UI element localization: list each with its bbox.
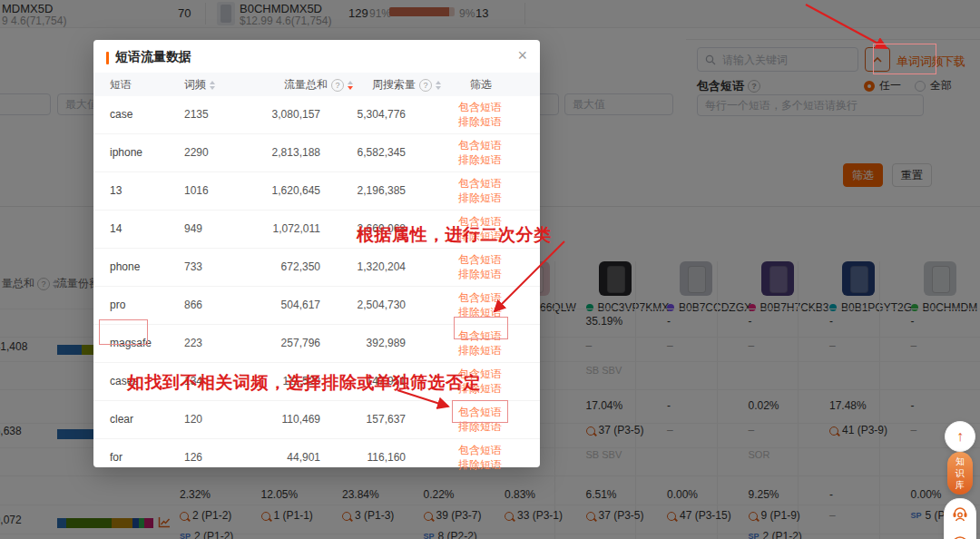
up-arrow-icon: ↑ <box>956 428 964 445</box>
phrase-cell: case <box>110 108 132 121</box>
exclude-phrase-link[interactable]: 排除短语 <box>458 191 502 205</box>
phrase-cell: cases <box>110 375 138 387</box>
traffic-sum-cell: 1,072,011 <box>230 222 320 235</box>
phrase-table-row: iphone22902,813,1886,582,345包含短语排除短语 <box>93 134 540 172</box>
exclude-phrase-link[interactable]: 排除短语 <box>458 305 502 319</box>
phrase-cell: pro <box>110 299 125 311</box>
filter-links: 包含短语排除短语 <box>458 138 502 167</box>
sort-icon[interactable] <box>210 81 215 90</box>
word-freq-cell: 2290 <box>184 146 209 159</box>
phrase-cell: 13 <box>110 184 122 197</box>
sort-icon[interactable] <box>348 81 353 90</box>
back-to-top-button[interactable]: ↑ <box>945 421 975 452</box>
phrase-table-row: phone733672,3501,320,204包含短语排除短语 <box>93 249 540 287</box>
traffic-sum-cell: 672,350 <box>230 260 320 273</box>
help-icon: ? <box>419 79 432 92</box>
traffic-sum-cell: 2,813,188 <box>230 146 320 159</box>
traffic-sum-cell: 111,528 <box>230 375 320 387</box>
include-phrase-link[interactable]: 包含短语 <box>458 443 502 457</box>
include-phrase-link[interactable]: 包含短语 <box>458 214 502 229</box>
filter-links: 包含短语排除短语 <box>458 443 502 472</box>
traffic-sum-cell: 1,620,645 <box>230 184 320 197</box>
filter-links: 包含短语排除短语 <box>458 290 502 319</box>
include-phrase-link[interactable]: 包含短语 <box>458 176 502 191</box>
exclude-phrase-link[interactable]: 排除短语 <box>458 152 502 167</box>
traffic-sum-cell: 110,469 <box>230 413 320 426</box>
word-freq-cell: 134 <box>184 375 202 387</box>
include-phrase-link[interactable]: 包含短语 <box>458 328 502 343</box>
phrase-table-row: pro866504,6172,504,730包含短语排除短语 <box>93 287 540 325</box>
word-freq-cell: 866 <box>184 299 202 311</box>
weekly-search-cell: 116,160 <box>318 451 406 464</box>
phrase-cell: for <box>110 451 122 464</box>
include-phrase-link[interactable]: 包含短语 <box>458 138 502 152</box>
weekly-search-cell: 5,304,776 <box>318 108 406 121</box>
knowledge-base-button[interactable]: 知识库 <box>947 452 973 495</box>
col-header-freq[interactable]: 词频 <box>184 77 215 93</box>
weekly-search-cell: 6,582,345 <box>318 146 406 159</box>
traffic-sum-cell: 44,901 <box>230 451 320 464</box>
help-icon: ? <box>331 79 344 92</box>
phrase-cell: iphone <box>110 146 142 159</box>
include-phrase-link[interactable]: 包含短语 <box>458 367 502 381</box>
modal-table-header: 短语 词频 流量总和 ? 周搜索量 ? 筛选 <box>93 73 540 96</box>
chat-icon <box>951 535 969 539</box>
traffic-sum-cell: 257,796 <box>230 337 320 349</box>
word-freq-cell: 2135 <box>184 108 209 121</box>
phrase-cell: magsafe <box>110 337 152 349</box>
phrase-cell: clear <box>110 413 133 426</box>
col-header-filter: 筛选 <box>470 77 492 93</box>
filter-links: 包含短语排除短语 <box>458 328 502 358</box>
exclude-phrase-link[interactable]: 排除短语 <box>458 457 502 472</box>
filter-links: 包含短语排除短语 <box>458 367 502 396</box>
word-freq-cell: 126 <box>184 451 202 464</box>
col-header-weekly-search[interactable]: 周搜索量 ? <box>372 77 441 93</box>
phrase-table-row: case21353,080,1575,304,776包含短语排除短语 <box>93 96 540 134</box>
weekly-search-cell: 147,951 <box>318 375 406 387</box>
phrase-table-row: for12644,901116,160包含短语排除短语 <box>93 439 540 476</box>
exclude-phrase-link[interactable]: 排除短语 <box>458 229 502 243</box>
title-accent-bar <box>106 52 109 64</box>
phrase-table-row: clear120110,469157,637包含短语排除短语 <box>93 401 540 439</box>
col-header-phrase: 短语 <box>110 77 132 93</box>
sort-icon[interactable] <box>436 81 441 90</box>
modal-table-body: case21353,080,1575,304,776包含短语排除短语iphone… <box>93 96 540 476</box>
exclude-phrase-link[interactable]: 排除短语 <box>458 114 502 129</box>
filter-links: 包含短语排除短语 <box>458 405 502 434</box>
filter-links: 包含短语排除短语 <box>458 252 502 281</box>
include-phrase-link[interactable]: 包含短语 <box>458 252 502 267</box>
col-header-traffic-sum[interactable]: 流量总和 ? <box>284 77 353 93</box>
filter-links: 包含短语排除短语 <box>458 100 502 129</box>
phrase-cell: phone <box>110 260 140 273</box>
filter-links: 包含短语排除短语 <box>458 176 502 205</box>
phrase-table-row: 1310161,620,6452,196,385包含短语排除短语 <box>93 172 540 211</box>
exclude-phrase-link[interactable]: 排除短语 <box>458 267 502 281</box>
word-freq-cell: 223 <box>184 337 202 349</box>
weekly-search-cell: 157,637 <box>318 413 406 426</box>
close-icon[interactable]: × <box>517 45 527 65</box>
weekly-search-cell: 2,504,730 <box>318 299 406 311</box>
include-phrase-link[interactable]: 包含短语 <box>458 405 502 419</box>
phrase-traffic-modal: 短语流量数据 × 短语 词频 流量总和 ? 周搜索量 ? 筛选 <box>93 40 540 467</box>
include-phrase-link[interactable]: 包含短语 <box>458 100 502 114</box>
headset-icon <box>951 505 969 522</box>
word-freq-cell: 733 <box>184 260 202 273</box>
exclude-phrase-link[interactable]: 排除短语 <box>458 381 502 396</box>
phrase-cell: 14 <box>110 222 122 235</box>
traffic-sum-cell: 3,080,157 <box>230 108 320 121</box>
phrase-table-row: 149491,072,0112,669,068包含短语排除短语 <box>93 211 540 249</box>
customer-service-dock[interactable] <box>944 498 976 539</box>
phrase-table-row: cases134111,528147,951包含短语排除短语 <box>93 363 540 401</box>
word-freq-cell: 120 <box>184 413 202 426</box>
weekly-search-cell: 2,669,068 <box>318 222 406 235</box>
exclude-phrase-link[interactable]: 排除短语 <box>458 343 502 358</box>
include-phrase-link[interactable]: 包含短语 <box>458 290 502 305</box>
word-freq-cell: 1016 <box>184 184 209 197</box>
page: MDMX5D 9 4.6(71,754) 70 B0CHMDMX5D $12.9… <box>0 0 980 539</box>
traffic-sum-cell: 504,617 <box>230 299 320 311</box>
phrase-table-row: magsafe223257,796392,989包含短语排除短语 <box>93 325 540 363</box>
weekly-search-cell: 392,989 <box>318 337 406 349</box>
exclude-phrase-link[interactable]: 排除短语 <box>458 419 502 434</box>
weekly-search-cell: 1,320,204 <box>318 260 406 273</box>
weekly-search-cell: 2,196,385 <box>318 184 406 197</box>
